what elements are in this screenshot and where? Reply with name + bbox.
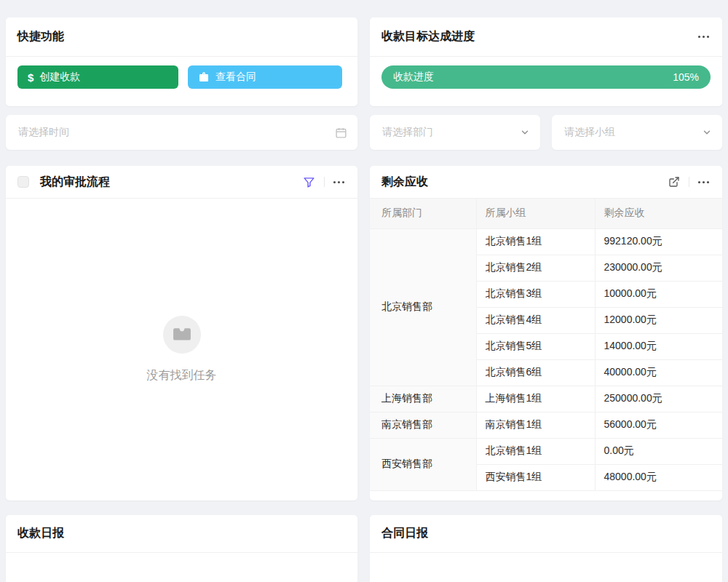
more-icon[interactable] <box>697 178 711 186</box>
contract-daily-title: 合同日报 <box>381 526 428 541</box>
approvals-empty-state: 没有找到任务 <box>6 199 357 500</box>
approvals-card: 我的审批流程 没有找到任务 <box>6 166 357 501</box>
progress-bar-label: 收款进度 <box>393 71 434 84</box>
table-row: 西安销售部 北京销售1组 0.00元 <box>370 438 722 464</box>
inbox-icon <box>173 327 191 343</box>
amount-cell: 230000.00元 <box>595 255 722 281</box>
amount-cell: 48000.00元 <box>595 464 722 490</box>
quick-actions-title: 快捷功能 <box>17 29 64 44</box>
group-cell: 南京销售1组 <box>476 412 595 438</box>
approvals-title: 我的审批流程 <box>40 175 110 190</box>
receivables-table: 所属部门 所属小组 剩余应收 北京销售部 北京销售1组 992120.00元 北… <box>370 199 722 491</box>
quick-actions-header: 快捷功能 <box>6 17 357 57</box>
dept-cell: 北京销售部 <box>370 228 476 386</box>
amount-cell: 40000.00元 <box>595 359 722 386</box>
group-cell: 北京销售1组 <box>476 438 595 464</box>
col-header-amount: 剩余应收 <box>595 199 722 228</box>
group-cell: 北京销售6组 <box>476 359 595 386</box>
payment-daily-header: 收款日报 <box>6 515 357 553</box>
table-row: 南京销售部 南京销售1组 56000.00元 <box>370 412 722 438</box>
empty-state-text: 没有找到任务 <box>147 368 217 383</box>
chevron-down-icon <box>702 127 712 137</box>
chevron-down-icon <box>520 127 530 137</box>
group-cell: 北京销售4组 <box>476 307 595 333</box>
progress-card: 收款目标达成进度 收款进度 105% <box>370 17 722 106</box>
group-cell: 北京销售2组 <box>476 255 595 281</box>
more-icon[interactable] <box>332 178 346 186</box>
contract-daily-header: 合同日报 <box>370 515 722 553</box>
dept-cell: 西安销售部 <box>370 438 476 490</box>
progress-bar-value: 105% <box>673 71 699 83</box>
department-select-placeholder: 请选择部门 <box>382 126 520 139</box>
empty-inbox-circle <box>163 316 201 354</box>
amount-cell: 992120.00元 <box>595 228 722 255</box>
payment-progress-bar: 收款进度 105% <box>381 65 711 89</box>
contract-daily-card: 合同日报 <box>370 515 722 582</box>
group-cell: 北京销售1组 <box>476 228 595 255</box>
amount-cell: 14000.00元 <box>595 333 722 359</box>
briefcase-icon <box>198 71 210 83</box>
group-cell: 北京销售5组 <box>476 333 595 359</box>
col-header-department: 所属部门 <box>370 199 476 228</box>
payment-daily-card: 收款日报 <box>6 515 357 582</box>
group-cell: 上海销售1组 <box>476 386 595 412</box>
amount-cell: 250000.00元 <box>595 386 722 412</box>
col-header-group: 所属小组 <box>476 199 595 228</box>
group-cell: 北京销售3组 <box>476 281 595 307</box>
group-select-placeholder: 请选择小组 <box>564 126 702 139</box>
dept-cell: 上海销售部 <box>370 386 476 412</box>
amount-cell: 12000.00元 <box>595 307 722 333</box>
divider <box>689 177 689 187</box>
department-select[interactable]: 请选择部门 <box>370 115 540 150</box>
approvals-header: 我的审批流程 <box>6 166 357 199</box>
amount-cell: 56000.00元 <box>595 412 722 438</box>
receivables-card: 剩余应收 所属部门 所属小组 剩余应收 北京销售部 北京销售1组 992120.… <box>370 166 722 501</box>
more-icon[interactable] <box>697 33 711 41</box>
filter-icon[interactable] <box>301 175 317 190</box>
receivables-header: 剩余应收 <box>370 166 722 199</box>
view-contract-button[interactable]: 查看合同 <box>188 65 342 89</box>
receivables-title: 剩余应收 <box>381 175 428 190</box>
quick-actions-card: 快捷功能 $ 创建收款 查看合同 <box>6 17 357 106</box>
table-row: 上海销售部 上海销售1组 250000.00元 <box>370 386 722 412</box>
group-select[interactable]: 请选择小组 <box>552 115 722 150</box>
approvals-checkbox[interactable] <box>17 176 29 188</box>
dept-cell: 南京销售部 <box>370 412 476 438</box>
time-select-placeholder: 请选择时间 <box>18 126 335 139</box>
amount-cell: 10000.00元 <box>595 281 722 307</box>
calendar-icon <box>335 127 347 139</box>
amount-cell: 0.00元 <box>595 438 722 464</box>
external-link-icon[interactable] <box>667 175 681 189</box>
time-select[interactable]: 请选择时间 <box>6 115 357 150</box>
view-contract-label: 查看合同 <box>215 71 256 84</box>
create-payment-label: 创建收款 <box>39 71 80 84</box>
divider <box>324 177 325 187</box>
dollar-icon: $ <box>28 71 33 84</box>
payment-daily-title: 收款日报 <box>17 526 64 541</box>
progress-card-title: 收款目标达成进度 <box>381 29 475 44</box>
table-row: 北京销售部 北京销售1组 992120.00元 <box>370 228 722 255</box>
create-payment-button[interactable]: $ 创建收款 <box>17 65 178 89</box>
progress-card-header: 收款目标达成进度 <box>370 17 722 57</box>
group-cell: 西安销售1组 <box>476 464 595 490</box>
